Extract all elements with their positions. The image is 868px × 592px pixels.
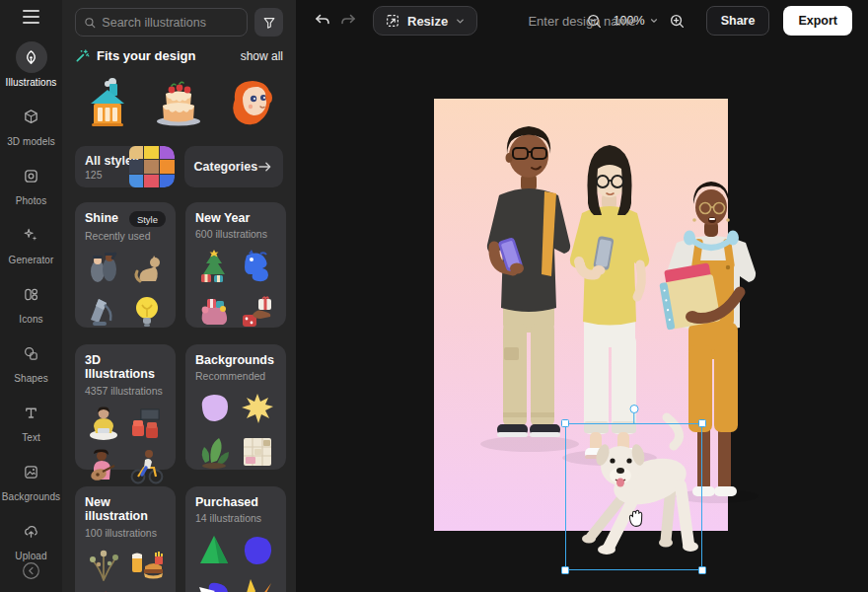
card-new-year[interactable]: New Year 600 illustrations bbox=[185, 202, 286, 328]
redo-button[interactable] bbox=[335, 8, 361, 34]
card-backgrounds[interactable]: Backgrounds Recommended bbox=[185, 344, 286, 470]
thumb-classroom[interactable] bbox=[128, 405, 166, 442]
card-title: Backgrounds bbox=[195, 353, 274, 367]
undo-button[interactable] bbox=[310, 8, 335, 34]
card-subtitle: 100 illustrations bbox=[85, 527, 166, 539]
card-shine[interactable]: Shine Style Recently used bbox=[75, 202, 176, 328]
thumb-dragon[interactable] bbox=[239, 248, 276, 285]
sidebar-item-upload[interactable]: Upload bbox=[2, 515, 61, 561]
zoom-in-icon bbox=[669, 13, 686, 30]
thumb-blue-blob[interactable] bbox=[239, 532, 276, 569]
illustration-thumb-girl-head[interactable] bbox=[217, 71, 282, 134]
sidebar-item-icons[interactable]: Icons bbox=[2, 278, 61, 325]
all-styles-card[interactable]: All styles 125 bbox=[75, 146, 175, 187]
sidebar-item-illustrations[interactable]: Illustrations bbox=[2, 41, 61, 88]
hand-cursor bbox=[623, 506, 647, 530]
card-3d-illustrations[interactable]: 3D Illustrations 4357 illustrations bbox=[75, 344, 176, 470]
thumb-gift-sack[interactable] bbox=[195, 291, 233, 329]
rotation-stem bbox=[633, 413, 635, 423]
sidebar-nav: Illustrations 3D models Photos Generator bbox=[2, 41, 61, 561]
card-subtitle: 4357 illustrations bbox=[85, 385, 166, 397]
thumb-burger-beer[interactable] bbox=[128, 547, 166, 584]
resize-handle-top-left[interactable] bbox=[561, 419, 569, 427]
sidebar-item-3d-models[interactable]: 3D models bbox=[2, 101, 61, 147]
thumb-purple-blob[interactable] bbox=[195, 390, 233, 427]
sidebar-item-label: Icons bbox=[19, 314, 42, 325]
card-new-illustration[interactable]: New illustration 100 illustrations bbox=[75, 486, 176, 592]
undo-icon bbox=[314, 12, 331, 30]
card-purchased[interactable]: Purchased 14 illustrations bbox=[185, 486, 286, 592]
thumb-christmas-tree[interactable] bbox=[195, 248, 233, 285]
thumb-dried-flowers[interactable] bbox=[85, 547, 122, 584]
sidebar-item-backgrounds[interactable]: Backgrounds bbox=[2, 456, 61, 502]
selection-box[interactable] bbox=[565, 423, 702, 570]
sidebar-item-label: Illustrations bbox=[6, 77, 57, 88]
library-panel: Fits your design show all bbox=[62, 0, 296, 592]
search-input[interactable] bbox=[102, 16, 239, 30]
sidebar-item-shapes[interactable]: Shapes bbox=[2, 337, 61, 384]
thumb-green-cone[interactable] bbox=[195, 532, 233, 569]
suggested-illustrations bbox=[75, 71, 283, 134]
thumb-starburst[interactable] bbox=[239, 390, 276, 427]
sidebar-item-text[interactable]: Text bbox=[2, 397, 61, 443]
illustration-thumb-cake[interactable] bbox=[146, 71, 211, 134]
thumb-graduates[interactable] bbox=[85, 250, 122, 287]
resize-button[interactable]: Resize bbox=[373, 6, 477, 36]
illustration-thumb-house[interactable] bbox=[75, 71, 140, 134]
sidebar-item-generator[interactable]: Generator bbox=[2, 219, 61, 265]
sidebar-item-label: Text bbox=[22, 432, 40, 443]
text-icon bbox=[16, 397, 47, 428]
hamburger-icon bbox=[23, 10, 39, 12]
thumb-lightning[interactable] bbox=[239, 575, 276, 592]
filter-icon bbox=[262, 16, 276, 30]
icon-set-icon bbox=[16, 278, 47, 310]
arrow-right-icon bbox=[257, 161, 272, 173]
thumb-girl-guitar[interactable] bbox=[85, 448, 122, 485]
card-subtitle: 600 illustrations bbox=[195, 228, 276, 240]
sidebar-item-label: 3D models bbox=[7, 136, 55, 147]
styles-mosaic-preview bbox=[129, 146, 175, 187]
library-cards: Shine Style Recently used New Year 600 i… bbox=[75, 202, 283, 592]
style-badge: Style bbox=[129, 211, 166, 227]
resize-handle-bottom-left[interactable] bbox=[561, 566, 569, 574]
thumb-hand-gift[interactable] bbox=[239, 291, 276, 329]
sparkles-icon bbox=[16, 219, 47, 251]
thumb-cat[interactable] bbox=[128, 250, 166, 287]
resize-handle-bottom-right[interactable] bbox=[698, 566, 706, 574]
thumb-lamp[interactable] bbox=[85, 293, 122, 331]
chevron-down-icon bbox=[455, 16, 466, 27]
card-title: 3D Illustrations bbox=[85, 353, 166, 382]
card-subtitle: 14 illustrations bbox=[195, 512, 276, 524]
card-title: New Year bbox=[195, 211, 250, 225]
thumb-man-bicycle[interactable] bbox=[128, 448, 166, 485]
export-button[interactable]: Export bbox=[783, 6, 852, 36]
sidebar-item-photos[interactable]: Photos bbox=[2, 160, 61, 206]
collapse-panel-button[interactable] bbox=[22, 561, 40, 580]
thumb-plant[interactable] bbox=[195, 433, 233, 471]
fits-your-design-title: Fits your design bbox=[97, 48, 195, 63]
resize-handle-top-right[interactable] bbox=[698, 419, 706, 427]
sidebar-item-label: Backgrounds bbox=[2, 491, 60, 502]
design-name-input[interactable] bbox=[493, 14, 671, 29]
thumb-triangle-blob[interactable] bbox=[195, 575, 233, 592]
filter-button[interactable] bbox=[254, 8, 283, 37]
card-title: New illustration bbox=[85, 495, 166, 524]
rotation-handle[interactable] bbox=[629, 405, 638, 413]
thumb-bulb[interactable] bbox=[128, 293, 166, 331]
design-canvas[interactable]: Resize 100% Share Export bbox=[296, 0, 868, 592]
icon-sidebar: Illustrations 3D models Photos Generator bbox=[0, 0, 62, 592]
cube-icon bbox=[16, 101, 47, 132]
card-subtitle: Recommended bbox=[195, 370, 276, 382]
search-icon bbox=[84, 16, 96, 30]
menu-button[interactable] bbox=[17, 10, 46, 24]
pen-nib-icon bbox=[16, 41, 47, 73]
thumb-woman-laptop[interactable] bbox=[85, 405, 122, 442]
categories-card[interactable]: Categories bbox=[184, 146, 284, 187]
show-all-link[interactable]: show all bbox=[241, 49, 283, 63]
search-field[interactable] bbox=[75, 8, 248, 37]
shapes-icon bbox=[16, 337, 47, 369]
photo-icon bbox=[16, 160, 47, 191]
sidebar-item-label: Shapes bbox=[14, 373, 48, 384]
thumb-collage[interactable] bbox=[239, 433, 276, 471]
share-button[interactable]: Share bbox=[706, 6, 770, 36]
